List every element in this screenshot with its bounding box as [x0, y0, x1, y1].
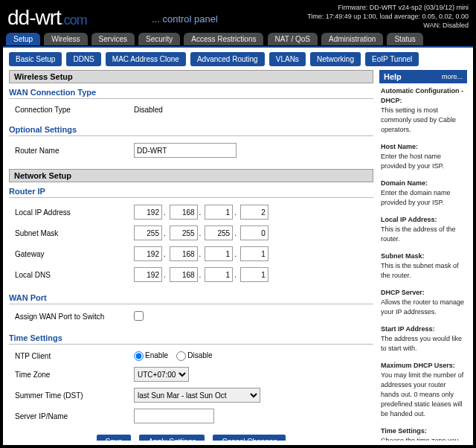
ntp-disable-radio[interactable]	[176, 351, 186, 361]
time-zone-label: Time Zone	[15, 371, 134, 379]
ntp-enable-option[interactable]: Enable	[134, 351, 168, 359]
local-ip-oct4[interactable]	[240, 205, 268, 220]
group-router-ip: Router IP	[9, 187, 373, 198]
ntp-client-label: NTP Client	[15, 352, 134, 360]
time-load-line: Time: 17:49:49 up 1:00, load average: 0.…	[307, 12, 469, 21]
dns-oct2[interactable]	[170, 267, 198, 282]
gateway-label: Gateway	[15, 250, 134, 258]
local-ip-oct2[interactable]	[170, 205, 198, 220]
dst-label: Summer Time (DST)	[15, 391, 134, 400]
help-more-link[interactable]: more...	[442, 73, 463, 80]
help-item-text: This setting is most commonly used by Ca…	[381, 106, 456, 133]
group-time-settings: Time Settings	[9, 333, 373, 345]
group-wan-port: WAN Port	[9, 293, 373, 304]
subnet-oct2[interactable]	[170, 225, 198, 240]
subtab-vlans[interactable]: VLANs	[269, 52, 306, 66]
tab-security[interactable]: Security	[138, 33, 180, 45]
help-item-heading: Time Settings:	[381, 427, 427, 435]
help-item-text: This is the subnet mask of the router.	[381, 262, 459, 279]
help-item-heading: Local IP Address:	[381, 216, 437, 223]
dst-select[interactable]: last Sun Mar - last Sun Oct	[134, 388, 260, 403]
firmware-line: Firmware: DD-WRT v24-sp2 (03/19/12) mini	[307, 3, 469, 12]
help-item-text: This is the address of the router.	[381, 225, 456, 243]
help-item-text: You may limit the number of addresses yo…	[381, 371, 463, 417]
server-ip-input[interactable]	[134, 409, 214, 423]
help-item-heading: Start IP Address:	[381, 325, 435, 333]
help-bar: Help more...	[379, 70, 467, 83]
help-item-heading: Subnet Mask:	[381, 252, 425, 260]
help-item-text: Enter the domain name provided by your I…	[381, 189, 451, 206]
subtab-basic-setup[interactable]: Basic Setup	[9, 52, 62, 66]
help-item-heading: Host Name:	[381, 143, 418, 150]
local-ip-label: Local IP Address	[15, 208, 134, 217]
save-button[interactable]: Save	[97, 435, 132, 441]
subnet-oct3[interactable]	[205, 225, 233, 240]
subtab-eoip-tunnel[interactable]: EoIP Tunnel	[365, 52, 419, 66]
tab-administration[interactable]: Administration	[321, 33, 383, 45]
gateway-oct4[interactable]	[240, 246, 268, 261]
ntp-enable-radio[interactable]	[134, 351, 144, 361]
time-zone-select[interactable]: UTC+07:00	[134, 367, 189, 382]
tab-setup[interactable]: Setup	[6, 33, 40, 45]
tab-wireless[interactable]: Wireless	[44, 33, 87, 45]
section-wireless-setup: Wireless Setup	[9, 70, 373, 83]
apply-settings-button[interactable]: Apply Settings	[139, 435, 205, 441]
primary-tabs: Setup Wireless Services Security Access …	[0, 33, 476, 46]
help-item-heading: Domain Name:	[381, 179, 428, 187]
tab-services[interactable]: Services	[91, 33, 135, 45]
help-item-text: Choose the time zone you are in and Summ…	[381, 437, 459, 441]
section-network-setup: Network Setup	[9, 169, 373, 182]
logo: dd-wrt.com	[7, 6, 87, 30]
ntp-disable-option[interactable]: Disable	[176, 351, 212, 359]
tab-status[interactable]: Status	[387, 33, 422, 45]
cancel-changes-button[interactable]: Cancel Changes	[213, 435, 286, 441]
subtab-networking[interactable]: Networking	[310, 52, 361, 66]
router-name-input[interactable]	[134, 143, 237, 158]
help-item-heading: DHCP Server:	[381, 289, 425, 296]
dns-oct4[interactable]	[240, 267, 268, 282]
help-item-heading: Automatic Configuration - DHCP:	[381, 87, 463, 104]
gateway-oct1[interactable]	[134, 246, 162, 261]
dns-oct3[interactable]	[205, 267, 233, 282]
assign-wan-label: Assign WAN Port to Switch	[15, 313, 134, 321]
help-item-heading: Maximum DHCP Users:	[381, 362, 455, 369]
connection-type-value: Disabled	[134, 106, 373, 114]
gateway-oct2[interactable]	[170, 246, 198, 261]
help-item-text: Allows the router to manage your IP addr…	[381, 298, 464, 316]
group-optional-settings: Optional Settings	[9, 125, 373, 136]
help-body: Automatic Configuration - DHCP:This sett…	[379, 83, 467, 441]
tab-access-restrictions[interactable]: Access Restrictions	[184, 33, 263, 45]
local-ip-oct1[interactable]	[134, 205, 162, 220]
subtab-ddns[interactable]: DDNS	[66, 52, 100, 66]
assign-wan-checkbox[interactable]	[134, 311, 144, 321]
subnet-oct1[interactable]	[134, 225, 162, 240]
group-wan-connection-type: WAN Connection Type	[9, 88, 373, 99]
help-item-text: The address you would like to start with…	[381, 335, 462, 352]
control-panel-label: ... control panel	[152, 13, 218, 25]
connection-type-label: Connection Type	[15, 106, 134, 114]
button-bar: Save Apply Settings Cancel Changes	[9, 435, 373, 441]
server-ip-label: Server IP/Name	[15, 412, 134, 420]
gateway-oct3[interactable]	[205, 246, 233, 261]
dns-oct1[interactable]	[134, 267, 162, 282]
help-item-text: Enter the host name provided by your ISP…	[381, 153, 444, 170]
local-dns-label: Local DNS	[15, 271, 134, 279]
subnet-oct4[interactable]	[240, 225, 268, 240]
wan-line: WAN: Disabled	[307, 21, 469, 30]
local-ip-oct3[interactable]	[205, 205, 233, 220]
header-status: Firmware: DD-WRT v24-sp2 (03/19/12) mini…	[307, 3, 469, 30]
secondary-tabs: Basic Setup DDNS MAC Address Clone Advan…	[3, 48, 473, 69]
subtab-advanced-routing[interactable]: Advanced Routing	[190, 52, 265, 66]
tab-nat-qos[interactable]: NAT / QoS	[268, 33, 318, 45]
router-name-label: Router Name	[15, 147, 134, 155]
subnet-label: Subnet Mask	[15, 229, 134, 237]
subtab-mac-clone[interactable]: MAC Address Clone	[106, 52, 186, 66]
help-title: Help	[384, 72, 402, 81]
